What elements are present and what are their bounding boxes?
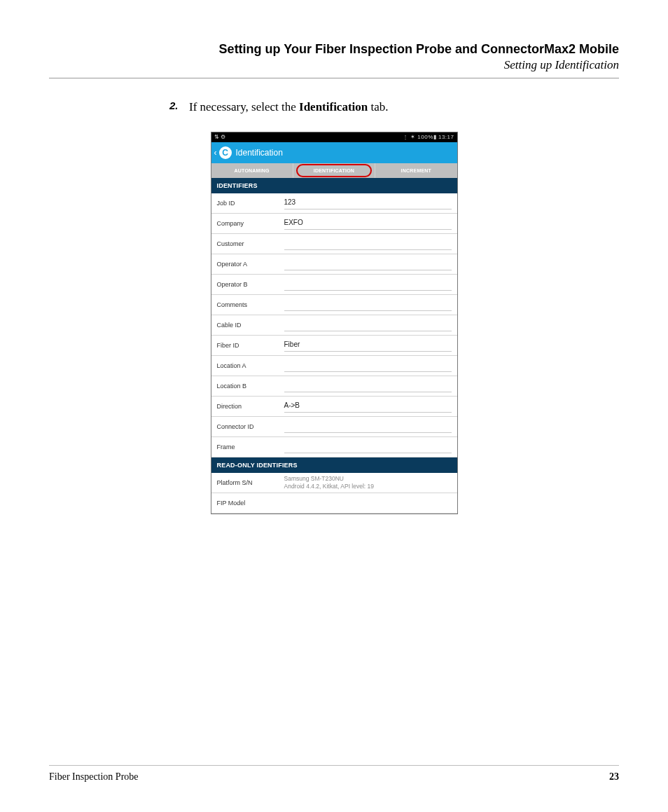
tab-increment[interactable]: INCREMENT: [375, 163, 457, 178]
readonly-label: Platform S/N: [217, 479, 284, 486]
page-footer: Fiber Inspection Probe 23: [49, 765, 619, 783]
identifier-label: Location A: [217, 362, 284, 369]
identifier-input[interactable]: [284, 420, 452, 433]
identifier-label: Cable ID: [217, 322, 284, 329]
identifier-row: Fiber IDFiber: [211, 336, 457, 356]
identifier-label: Customer: [217, 240, 284, 247]
identifier-row: Customer: [211, 234, 457, 254]
identifier-label: Operator B: [217, 281, 284, 288]
back-icon[interactable]: ‹: [214, 148, 217, 158]
identifier-input[interactable]: 123: [284, 196, 452, 209]
identifiers-header: IDENTIFIERS: [211, 178, 457, 193]
step-text-post: tab.: [368, 100, 388, 113]
identifier-input[interactable]: Fiber: [284, 338, 452, 352]
android-statusbar: ⇅ ⚙ ⋮ ✶ 100%▮ 13:17: [211, 132, 457, 142]
identifier-row: Operator B: [211, 275, 457, 295]
identifiers-list: Job ID123CompanyEXFOCustomerOperator AOp…: [211, 193, 457, 457]
identifier-label: Frame: [217, 443, 284, 450]
appbar-title: Identification: [236, 148, 283, 158]
readonly-row: FIP Model: [211, 493, 457, 514]
identifier-row: Location B: [211, 376, 457, 397]
identifier-label: Company: [217, 220, 284, 227]
identifier-row: Comments: [211, 295, 457, 315]
app-logo-icon: C: [219, 146, 232, 159]
identifier-row: Location A: [211, 356, 457, 376]
identifier-row: Operator A: [211, 254, 457, 275]
identifier-input[interactable]: [284, 237, 452, 250]
identifier-label: Comments: [217, 301, 284, 308]
readonly-list: Platform S/NSamsung SM-T230NUAndroid 4.4…: [211, 473, 457, 514]
page-number: 23: [609, 771, 619, 783]
identifier-input[interactable]: [284, 298, 452, 311]
identifier-input[interactable]: EXFO: [284, 216, 452, 230]
identifier-row: Connector ID: [211, 417, 457, 437]
tab-bar: AUTONAMING IDENTIFICATION INCREMENT: [211, 163, 457, 178]
identifier-input[interactable]: [284, 318, 452, 331]
identifier-input[interactable]: [284, 277, 452, 291]
identifier-label: Job ID: [217, 200, 284, 207]
tab-identification[interactable]: IDENTIFICATION: [293, 163, 375, 178]
chapter-title: Setting up Your Fiber Inspection Probe a…: [49, 42, 619, 57]
identifier-input[interactable]: [284, 440, 452, 453]
status-right: ⋮ ✶ 100%▮ 13:17: [403, 134, 454, 140]
identifier-row: Frame: [211, 437, 457, 457]
identifier-input[interactable]: [284, 359, 452, 372]
readonly-value: [284, 497, 452, 509]
step-text-bold: Identification: [299, 100, 368, 113]
step-text-pre: If necessary, select the: [189, 100, 299, 113]
identifier-label: Direction: [217, 403, 284, 410]
step-2: 2. If necessary, select the Identificati…: [169, 98, 619, 116]
identifier-label: Operator A: [217, 261, 284, 268]
identifier-label: Fiber ID: [217, 342, 284, 349]
readonly-header: READ-ONLY IDENTIFIERS: [211, 457, 457, 473]
identifier-row: Cable ID: [211, 315, 457, 336]
readonly-value: Samsung SM-T230NUAndroid 4.4.2, Kitkat, …: [284, 473, 452, 493]
status-left-icons: ⇅ ⚙: [214, 134, 225, 140]
readonly-label: FIP Model: [217, 500, 284, 507]
identifier-row: CompanyEXFO: [211, 214, 457, 234]
identifier-input[interactable]: A->B: [284, 399, 452, 413]
section-title: Setting up Identification: [49, 58, 619, 72]
readonly-row: Platform S/NSamsung SM-T230NUAndroid 4.4…: [211, 473, 457, 493]
identifier-row: DirectionA->B: [211, 397, 457, 417]
header-rule: [49, 78, 619, 78]
footer-left: Fiber Inspection Probe: [49, 771, 609, 783]
app-bar: ‹ C Identification: [211, 142, 457, 163]
manual-page: Setting up Your Fiber Inspection Probe a…: [0, 0, 668, 812]
identifier-label: Location B: [217, 383, 284, 390]
tab-identification-label: IDENTIFICATION: [314, 168, 354, 173]
identifier-row: Job ID123: [211, 193, 457, 214]
identifier-input[interactable]: [284, 257, 452, 270]
step-text: If necessary, select the Identification …: [189, 98, 619, 116]
identifier-label: Connector ID: [217, 423, 284, 430]
app-screenshot: ⇅ ⚙ ⋮ ✶ 100%▮ 13:17 ‹ C Identification A…: [211, 132, 458, 514]
step-number: 2.: [169, 98, 189, 116]
tab-autonaming[interactable]: AUTONAMING: [211, 163, 293, 178]
identifier-input[interactable]: [284, 379, 452, 392]
footer-rule: [49, 765, 619, 766]
